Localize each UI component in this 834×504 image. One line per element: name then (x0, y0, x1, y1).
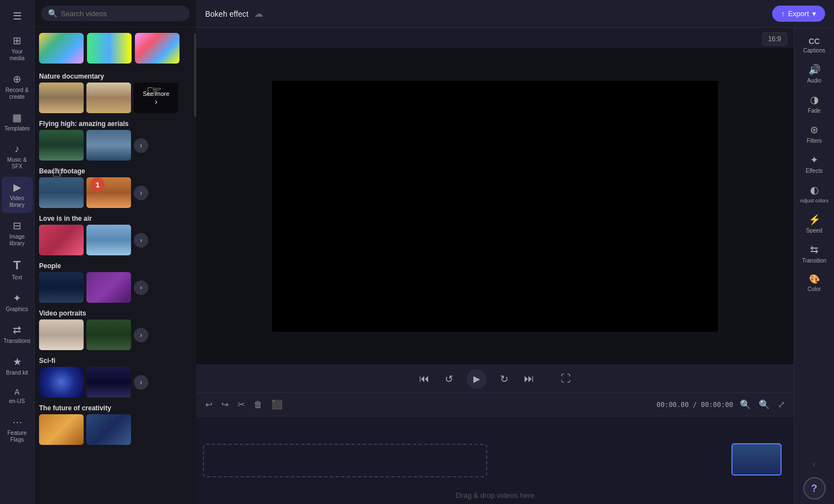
fit-button[interactable]: ⤢ (775, 397, 787, 412)
video-thumb-nature1[interactable] (39, 83, 84, 113)
speed-icon: ⚡ (808, 214, 821, 226)
right-item-transition[interactable]: ⇆ Transition (797, 239, 832, 268)
see-more-button[interactable]: See more › (134, 83, 178, 113)
video-canvas (272, 81, 718, 332)
search-input-wrap[interactable]: 🔍 (41, 6, 190, 21)
video-thumb-beach1[interactable] (39, 177, 84, 208)
sidebar-item-graphics[interactable]: ✦ Graphics (2, 288, 33, 317)
adjust-colors-icon: ◐ (810, 184, 819, 196)
sidebar-item-templates[interactable]: ▦ Templates (2, 107, 33, 137)
panel-content: Nature documentary See more › Flying hig… (35, 27, 196, 504)
template-thumb-1[interactable] (39, 33, 84, 64)
template-thumb-3[interactable] (135, 33, 180, 64)
video-thumb-love2[interactable] (86, 225, 131, 255)
graphics-icon: ✦ (13, 292, 21, 304)
sidebar-item-video-library[interactable]: ▶ Video library (2, 177, 33, 213)
delete-button[interactable]: 🗑 (251, 398, 265, 412)
share-forward-button[interactable]: ↻ (498, 371, 511, 387)
section-label-love: Love is in the air (39, 211, 192, 225)
video-row-future (39, 414, 192, 448)
video-thumb-people1[interactable] (39, 272, 84, 303)
video-thumb-beach2[interactable] (86, 177, 131, 208)
help-button[interactable]: ? (803, 477, 826, 500)
video-thumb-scifi1[interactable] (39, 367, 84, 398)
speed-label: Speed (806, 227, 822, 234)
sidebar-label-brand-kit: Brand kit (6, 370, 28, 376)
right-item-captions[interactable]: CC Captions (797, 32, 832, 58)
hamburger-menu[interactable]: ☰ (7, 4, 27, 28)
sidebar-item-your-media[interactable]: ⊞ Your media (2, 30, 33, 66)
zoom-out-button[interactable]: 🔍 (738, 397, 753, 412)
video-row-people: › (39, 272, 192, 306)
video-thumb-aerial1[interactable] (39, 130, 84, 161)
search-input[interactable] (61, 9, 183, 18)
video-thumb-aerial2[interactable] (86, 130, 131, 161)
sidebar-label-graphics: Graphics (6, 306, 28, 313)
sidebar-item-brand-kit[interactable]: ★ Brand kit (2, 351, 33, 381)
video-thumb-nature2[interactable] (86, 83, 131, 113)
sidebar-label-music-sfx: Music & SFX (4, 157, 31, 170)
right-item-effects[interactable]: ✦ Effects (797, 149, 832, 178)
sidebar-item-record-create[interactable]: ⊕ Record & create (2, 69, 33, 105)
templates-icon: ▦ (12, 112, 22, 124)
fullscreen-button[interactable]: ⛶ (559, 371, 573, 387)
drop-zone[interactable] (203, 444, 487, 477)
save-frame-button[interactable]: ⬛ (269, 397, 285, 412)
sidebar-label-record-create: Record & create (4, 87, 31, 100)
cut-button[interactable]: ✂ (235, 397, 247, 412)
love-more-button[interactable]: › (134, 233, 148, 248)
top-bar: Bokeh effect ☁ ↑ Export ▾ (196, 0, 834, 28)
color-icon: 🎨 (809, 274, 820, 284)
scifi-more-button[interactable]: › (134, 375, 148, 390)
video-row-aerials: › (39, 130, 192, 164)
people-more-button[interactable]: › (134, 280, 148, 295)
video-thumb-portrait2[interactable] (86, 319, 131, 350)
right-item-speed[interactable]: ⚡ Speed (797, 209, 832, 238)
video-row-love: › (39, 225, 192, 259)
video-thumb-love1[interactable] (39, 225, 84, 255)
skip-forward-button[interactable]: ⏭ (522, 371, 536, 387)
sidebar-label-your-media: Your media (4, 49, 31, 62)
right-item-fade[interactable]: ◑ Fade (797, 89, 832, 118)
aerials-more-button[interactable]: › (134, 138, 148, 153)
right-item-adjust-colors[interactable]: ◐ Adjust colors (797, 180, 832, 208)
right-item-filters[interactable]: ⊛ Filters (797, 119, 832, 148)
drag-drop-label: Drag & drop videos here (456, 491, 535, 500)
sidebar-item-feature-flags[interactable]: ⋯ Feature Flags (2, 411, 33, 448)
undo-button[interactable]: ↩ (203, 397, 215, 412)
template-thumb-2[interactable] (87, 33, 132, 64)
timeline-clip-thumb[interactable] (731, 443, 782, 476)
sidebar-item-image-library[interactable]: ⊟ Image library (2, 215, 33, 251)
audio-label: Audio (807, 77, 822, 84)
sidebar-item-text[interactable]: T Text (2, 254, 33, 285)
right-item-audio[interactable]: 🔊 Audio (797, 59, 832, 88)
sidebar-item-transitions[interactable]: ⇄ Transitions (2, 319, 33, 349)
video-thumb-scifi2[interactable] (86, 367, 131, 398)
portraits-more-button[interactable]: › (134, 328, 148, 342)
feature-flags-icon: ⋯ (12, 416, 22, 428)
see-more-label: See more (143, 90, 169, 97)
section-label-portraits: Video portraits (39, 306, 192, 319)
video-thumb-future2[interactable] (86, 414, 131, 445)
skip-back-button[interactable]: ⏮ (417, 371, 431, 387)
aspect-ratio-badge[interactable]: 16:9 (762, 32, 787, 46)
section-label-people: People (39, 259, 192, 272)
right-sidebar: CC Captions 🔊 Audio ◑ Fade ⊛ Filters ✦ E… (794, 28, 834, 504)
zoom-in-button[interactable]: 🔍 (757, 397, 772, 412)
video-thumb-future1[interactable] (39, 414, 84, 445)
main-area: Bokeh effect ☁ ↑ Export ▾ 16:9 ⏮ ↺ ▶ (196, 0, 834, 504)
play-button[interactable]: ▶ (467, 369, 487, 389)
timeline-toolbar: ↩ ↪ ✂ 🗑 ⬛ 00:00.00 / 00:00:00 🔍 🔍 ⤢ (196, 393, 794, 416)
sidebar-item-music-sfx[interactable]: ♪ Music & SFX (2, 139, 33, 175)
beach-more-button[interactable]: › (134, 186, 148, 200)
redo-button[interactable]: ↪ (219, 397, 231, 412)
video-thumb-portrait1[interactable] (39, 319, 84, 350)
export-button[interactable]: ↑ Export ▾ (772, 6, 825, 22)
video-row-nature: See more › (39, 83, 192, 117)
cloud-save-icon[interactable]: ☁ (254, 8, 263, 19)
video-thumb-people2[interactable] (86, 272, 131, 303)
share-back-button[interactable]: ↺ (443, 371, 455, 387)
sidebar-item-en-us[interactable]: A en-US (2, 383, 33, 409)
collapse-panel-button[interactable]: ‹ (808, 455, 821, 474)
right-item-color[interactable]: 🎨 Color (797, 269, 832, 297)
